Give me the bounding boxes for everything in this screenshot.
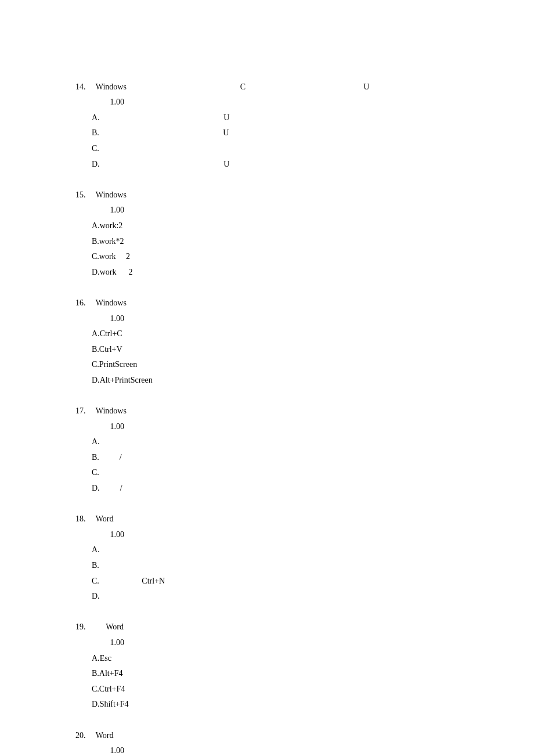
question-block: 20. Word 1.00 A. B. C. D.: [75, 728, 459, 756]
section-divider: [75, 496, 459, 512]
option-text: work*2: [99, 237, 124, 246]
option-label: D.: [92, 268, 100, 276]
option-text: /: [99, 453, 138, 462]
option-text: work 2: [99, 252, 138, 261]
option-text: Ctrl+C: [100, 329, 122, 338]
section-divider: [75, 280, 459, 296]
question-block: 17. Windows 1.00 A. B. / C. D. /: [75, 404, 459, 496]
option-label: B.: [92, 669, 99, 678]
option-text: [99, 468, 132, 477]
section-divider: [75, 388, 459, 404]
question-list: 14. Windows C U 1.00 A. U B. U C. D. U: [75, 64, 459, 756]
answer-option: C.: [75, 141, 459, 157]
page: 14. Windows C U 1.00 A. U B. U C. D. U: [0, 0, 534, 756]
question-block: 15. Windows 1.00 A.work:2B.work*2C.work …: [75, 188, 459, 280]
option-text: work:2: [100, 221, 123, 230]
correct-mark: [131, 669, 139, 678]
question-text: 17. Windows: [75, 404, 459, 419]
option-label: C.: [92, 144, 99, 153]
correct-mark: [140, 468, 148, 477]
question-block: 16. Windows 1.00 A.Ctrl+CB.Ctrl+VC.Print…: [75, 296, 459, 388]
section-divider: [75, 712, 459, 728]
option-label: B.: [92, 561, 99, 570]
answer-option: B. /: [75, 450, 459, 466]
option-label: C.: [92, 468, 99, 477]
option-label: C.: [92, 685, 99, 693]
answer-option: B.work*2: [75, 234, 459, 250]
answer-option: D.: [75, 589, 459, 604]
option-label: D.: [92, 592, 100, 600]
option-text: PrintScreen: [99, 360, 137, 369]
option-text: work 2: [100, 268, 133, 276]
answer-option: C.Ctrl+F4: [75, 682, 459, 697]
option-label: A.: [92, 221, 100, 230]
option-label: C.: [92, 577, 99, 585]
option-label: A.: [92, 329, 100, 338]
correct-mark: [256, 113, 264, 122]
score-line: 1.00: [75, 203, 459, 218]
score-line: 1.00: [75, 527, 459, 543]
option-text: Ctrl+N: [99, 577, 165, 585]
option-text: [100, 592, 214, 600]
answer-option: A. U: [75, 110, 459, 126]
answer-option: D. /: [75, 481, 459, 496]
answer-option: D.work 2: [75, 265, 459, 280]
option-text: U: [100, 113, 248, 122]
option-label: C.: [92, 360, 99, 369]
option-text: Esc: [100, 654, 111, 663]
option-label: D.: [92, 484, 100, 492]
question-text: 18. Word: [75, 512, 459, 527]
answer-option: D.Alt+PrintScreen: [75, 373, 459, 388]
answer-option: B.: [75, 558, 459, 574]
question-text: 19. Word: [75, 620, 459, 635]
option-label: D.: [92, 160, 100, 168]
answer-option: A.Ctrl+C: [75, 326, 459, 342]
answer-option: C. Ctrl+N: [75, 574, 459, 589]
question-text: 15. Windows: [75, 188, 459, 203]
answer-option: A.: [75, 434, 459, 450]
answer-option: D.Shift+F4: [75, 697, 459, 712]
option-text: [100, 437, 116, 446]
option-text: U: [99, 128, 247, 137]
correct-mark: [161, 376, 169, 384]
answer-option: D. U: [75, 157, 459, 172]
answer-option: A.Esc: [75, 651, 459, 667]
option-label: A.: [92, 654, 100, 663]
option-label: D.: [92, 700, 100, 708]
option-text: Alt+PrintScreen: [100, 376, 153, 384]
score-line: 1.00: [75, 311, 459, 327]
answer-option: A.: [75, 542, 459, 558]
answer-option: C.: [75, 465, 459, 481]
option-text: [100, 545, 214, 554]
answer-option: B. U: [75, 125, 459, 141]
answer-option: B.Alt+F4: [75, 666, 459, 682]
option-label: B.: [92, 237, 99, 246]
question-block: 19. Word 1.00 A.EscB.Alt+F4 C.Ctrl+F4D.S…: [75, 620, 459, 712]
question-text: 20. Word: [75, 728, 459, 744]
correct-mark: [256, 592, 264, 600]
score-line: 1.00: [75, 419, 459, 435]
option-text: Ctrl+F4: [99, 685, 125, 693]
option-text: U: [100, 160, 313, 168]
section-divider: [75, 172, 459, 188]
option-text: [99, 144, 181, 153]
option-label: D.: [92, 376, 100, 384]
score-line: 1.00: [75, 635, 459, 651]
option-label: A.: [92, 113, 100, 122]
question-text: 16. Windows: [75, 296, 459, 311]
option-label: A.: [92, 545, 100, 554]
answer-option: A.work:2: [75, 218, 459, 234]
score-line: 1.00: [75, 743, 459, 756]
answer-option: C.work 2: [75, 249, 459, 265]
option-text: [99, 561, 246, 570]
option-label: B.: [92, 453, 99, 462]
question-block: 14. Windows C U 1.00 A. U B. U C. D. U: [75, 80, 459, 172]
section-divider: [75, 604, 459, 620]
option-text: Alt+F4: [99, 669, 123, 678]
option-label: C.: [92, 252, 99, 261]
question-block: 18. Word 1.00 A. B. C. Ctrl+ND.: [75, 512, 459, 604]
option-text: Ctrl+V: [99, 345, 122, 354]
question-text: 14. Windows C U: [75, 80, 459, 95]
option-text: Shift+F4: [100, 700, 129, 708]
option-label: A.: [92, 437, 100, 446]
